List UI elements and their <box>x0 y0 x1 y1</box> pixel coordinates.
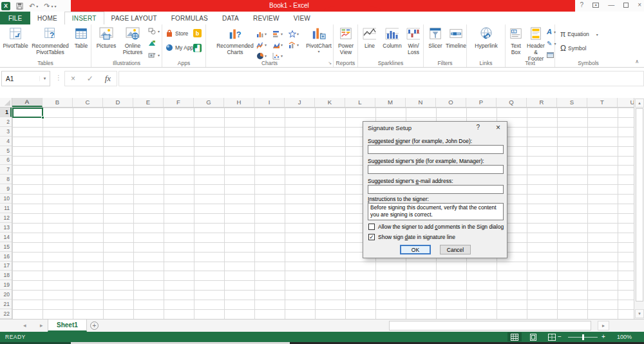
close-icon[interactable]: × <box>638 1 641 8</box>
slicer-button[interactable]: Slicer <box>426 26 445 49</box>
column-header-P[interactable]: P <box>466 98 497 107</box>
column-header-N[interactable]: N <box>406 98 436 107</box>
pivotchart-button[interactable]: PivotChart ▾ <box>305 26 332 53</box>
column-header-A[interactable]: A <box>12 98 43 107</box>
tab-formulas[interactable]: FORMULAS <box>164 12 215 24</box>
row-header-14[interactable]: 14 <box>0 233 12 242</box>
row-header-10[interactable]: 10 <box>0 194 12 204</box>
enter-entry-icon[interactable]: ✓ <box>87 74 93 83</box>
timeline-button[interactable]: Timeline <box>446 26 466 49</box>
prev-sheet-icon[interactable]: ◂ <box>23 322 26 329</box>
zoom-out-icon[interactable]: − <box>558 333 562 340</box>
tab-review[interactable]: REVIEW <box>246 12 287 24</box>
tab-data[interactable]: DATA <box>215 12 246 24</box>
scroll-right-icon[interactable]: ▸ <box>598 321 609 330</box>
allow-comments-checkbox[interactable]: Allow the signer to add comments in the … <box>368 224 504 230</box>
pivottable-button[interactable]: PivotTable <box>2 26 29 49</box>
row-header-1[interactable]: 1 <box>0 108 12 117</box>
zoom-percentage[interactable]: 100% <box>617 334 632 340</box>
column-header-B[interactable]: B <box>43 98 73 107</box>
vertical-scrollbar[interactable]: ▴ ▾ <box>634 98 644 319</box>
power-view-button[interactable]: Power View <box>335 26 357 55</box>
excel-app-icon[interactable]: X <box>1 2 10 10</box>
store-button[interactable]: Store <box>166 30 188 37</box>
new-sheet-button[interactable]: + <box>90 321 99 330</box>
column-header-J[interactable]: J <box>285 98 315 107</box>
undo-icon[interactable]: ↶ <box>29 1 35 10</box>
signer-email-input[interactable] <box>368 185 504 194</box>
column-header-M[interactable]: M <box>375 98 406 107</box>
column-header-L[interactable]: L <box>345 98 375 107</box>
row-header-17[interactable]: 17 <box>0 262 12 271</box>
row-header-12[interactable]: 12 <box>0 213 12 223</box>
sheet-tab-sheet1[interactable]: Sheet1 <box>48 320 87 332</box>
horizontal-scroll-thumb[interactable] <box>389 321 591 330</box>
name-box-caret-icon[interactable]: ▾ <box>39 76 50 81</box>
row-header-3[interactable]: 3 <box>0 127 12 137</box>
sparkline-winloss-button[interactable]: Win/ Loss <box>404 26 422 55</box>
dialog-close-icon[interactable]: × <box>496 123 500 132</box>
restore-icon[interactable] <box>623 3 629 8</box>
column-header-C[interactable]: C <box>73 98 103 107</box>
dialog-help-icon[interactable]: ? <box>476 124 480 131</box>
column-header-R[interactable]: R <box>527 98 557 107</box>
instructions-textarea[interactable]: Before signing this document, verify tha… <box>368 203 504 220</box>
online-pictures-button[interactable]: Online Pictures <box>120 26 146 55</box>
insert-line-chart-button[interactable]: ▾ <box>256 39 272 50</box>
table-button[interactable]: Table <box>72 26 90 49</box>
next-sheet-icon[interactable]: ▸ <box>40 322 43 329</box>
undo-caret-icon[interactable]: ▾ <box>36 4 38 8</box>
scroll-up-icon[interactable]: ▴ <box>635 99 644 108</box>
column-header-S[interactable]: S <box>557 98 587 107</box>
column-header-G[interactable]: G <box>194 98 224 107</box>
normal-view-button[interactable] <box>507 332 522 341</box>
insert-bar-chart-button[interactable]: ▾ <box>272 28 289 39</box>
formula-input[interactable] <box>118 71 644 86</box>
recommended-pivottables-button[interactable]: ? Recommended PivotTables <box>30 26 71 55</box>
tab-view[interactable]: VIEW <box>287 12 317 24</box>
column-header-K[interactable]: K <box>315 98 345 107</box>
column-header-F[interactable]: F <box>164 98 194 107</box>
insert-function-icon[interactable]: fx <box>105 73 111 84</box>
insert-combo-chart-button[interactable]: ▾ <box>289 39 305 50</box>
insert-surface-radar-chart-button[interactable]: ▾ <box>289 28 305 39</box>
redo-icon[interactable]: ↷ <box>44 1 50 10</box>
selected-cell-a1[interactable] <box>12 108 43 118</box>
page-break-preview-button[interactable] <box>545 332 559 341</box>
smartart-button[interactable] <box>148 40 156 47</box>
column-header-H[interactable]: H <box>224 98 254 107</box>
column-header-E[interactable]: E <box>133 98 164 107</box>
column-header-Q[interactable]: Q <box>497 98 527 107</box>
row-header-22[interactable]: 22 <box>0 309 12 319</box>
tab-insert[interactable]: INSERT <box>64 12 104 24</box>
column-header-D[interactable]: D <box>103 98 133 107</box>
ok-button[interactable]: OK <box>400 245 431 254</box>
tab-file[interactable]: FILE <box>0 12 30 24</box>
wordart-button[interactable]: A ▾ <box>547 28 556 35</box>
text-box-button[interactable]: A Text Box <box>507 26 525 55</box>
cancel-entry-icon[interactable]: × <box>71 74 75 83</box>
row-header-18[interactable]: 18 <box>0 271 12 280</box>
customize-qat-icon[interactable]: ▾ <box>54 4 56 8</box>
tab-home[interactable]: HOME <box>30 12 64 24</box>
recommended-charts-button[interactable]: ? Recommended Charts <box>216 26 254 55</box>
column-header-T[interactable]: T <box>587 98 618 107</box>
redo-caret-icon[interactable]: ▾ <box>51 4 53 8</box>
suggested-signer-input[interactable] <box>368 145 504 154</box>
tab-page-layout[interactable]: PAGE LAYOUT <box>104 12 164 24</box>
row-header-15[interactable]: 15 <box>0 242 12 252</box>
insert-area-chart-button[interactable]: ▾ <box>272 39 289 50</box>
row-header-2[interactable]: 2 <box>0 117 12 127</box>
symbol-button[interactable]: Ω Symbol <box>560 44 586 53</box>
row-header-21[interactable]: 21 <box>0 300 12 309</box>
bing-maps-button[interactable]: b <box>193 29 202 37</box>
column-header-I[interactable]: I <box>254 98 285 107</box>
sparkline-line-button[interactable]: Line <box>360 26 379 49</box>
shapes-button[interactable]: ▾ <box>148 28 160 35</box>
cell-grid[interactable] <box>12 108 634 319</box>
row-header-11[interactable]: 11 <box>0 204 12 213</box>
signer-title-input[interactable] <box>368 165 504 174</box>
row-header-5[interactable]: 5 <box>0 146 12 156</box>
row-header-20[interactable]: 20 <box>0 290 12 300</box>
row-header-16[interactable]: 16 <box>0 252 12 262</box>
